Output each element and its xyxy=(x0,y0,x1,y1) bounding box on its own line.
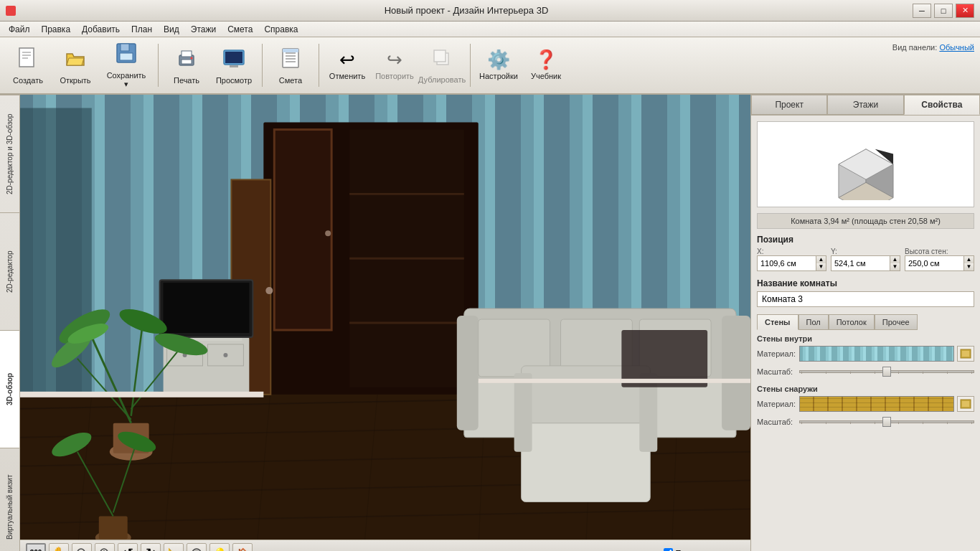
open-icon xyxy=(64,47,87,73)
undo-button[interactable]: ↩ Отменить xyxy=(325,40,369,90)
walls-outside-material-open[interactable] xyxy=(957,396,974,412)
room-name-input[interactable] xyxy=(757,291,974,307)
panel-info-label: Вид панели: xyxy=(892,43,937,52)
svg-point-10 xyxy=(191,57,193,59)
menu-view[interactable]: Вид xyxy=(158,23,185,36)
settings-icon: ⚙️ xyxy=(487,50,510,69)
settings-label: Настройки xyxy=(479,72,518,80)
3d-viewport[interactable]: 360 ✋ ↺ ↻ 📐 💡 🏠 Прозрачные стены xyxy=(20,95,750,551)
sub-tab-floor[interactable]: Пол xyxy=(798,314,829,330)
menu-estimate[interactable]: Смета xyxy=(222,23,258,36)
svg-rect-37 xyxy=(274,130,331,330)
transparent-walls-checkbox[interactable] xyxy=(664,548,673,551)
print-button[interactable]: Печать xyxy=(164,40,209,90)
svg-rect-85 xyxy=(20,392,263,397)
walls-inside-scale-slider[interactable] xyxy=(799,364,974,379)
walls-outside-material-preview xyxy=(799,396,954,412)
print-icon xyxy=(175,47,198,73)
x-spin-down[interactable]: ▼ xyxy=(816,263,826,270)
sub-tab-walls[interactable]: Стены xyxy=(757,314,798,330)
tutorial-button[interactable]: ❓ Учебник xyxy=(524,40,568,90)
menu-file[interactable]: Файл xyxy=(3,23,36,36)
smeta-button[interactable]: Смета xyxy=(268,40,313,90)
svg-rect-9 xyxy=(182,60,192,64)
walls-outside-section: Стены снаружи Материал: Масштаб: xyxy=(757,385,974,429)
settings-button[interactable]: ⚙️ Настройки xyxy=(476,40,521,90)
preview-label: Просмотр xyxy=(216,76,252,85)
room-name-section-label: Название комнаты xyxy=(757,278,974,288)
side-nav-2d-3d[interactable]: 2D-редактор и 3D-обзор xyxy=(0,95,19,212)
rotate-ccw-button[interactable]: ↺ xyxy=(118,543,138,552)
y-spin-up[interactable]: ▲ xyxy=(890,256,900,263)
walls-outside-scale-slider[interactable] xyxy=(799,415,974,429)
orbit-button[interactable] xyxy=(187,543,207,552)
y-spin-down[interactable]: ▼ xyxy=(890,263,900,270)
smeta-icon xyxy=(279,47,302,73)
minimize-button[interactable]: ─ xyxy=(913,4,931,18)
menu-bar: Файл Правка Добавить План Вид Этажи Смет… xyxy=(0,22,980,37)
sep4 xyxy=(470,44,471,87)
measure-button[interactable]: 📐 xyxy=(164,543,184,552)
save-button[interactable]: Сохранить ▾ xyxy=(100,40,152,90)
sub-tab-ceiling[interactable]: Потолок xyxy=(829,314,875,330)
y-input[interactable] xyxy=(831,256,890,270)
maximize-button[interactable]: □ xyxy=(934,4,953,18)
menu-help[interactable]: Справка xyxy=(258,23,303,36)
create-icon xyxy=(17,47,39,73)
redo-icon: ↪ xyxy=(387,50,402,69)
light-button[interactable]: 💡 xyxy=(209,543,230,552)
height-spin-up[interactable]: ▲ xyxy=(963,256,974,263)
svg-rect-86 xyxy=(479,379,750,383)
tab-project[interactable]: Проект xyxy=(751,95,827,115)
zoom-out-button[interactable] xyxy=(72,543,92,552)
walls-inside-slider-thumb[interactable] xyxy=(882,367,891,377)
position-label: Позиция xyxy=(757,235,974,245)
sep2 xyxy=(262,44,263,87)
hand-button[interactable]: ✋ xyxy=(49,543,69,552)
tab-properties[interactable]: Свойства xyxy=(904,95,980,115)
redo-button[interactable]: ↪ Повторить xyxy=(372,40,417,90)
home-button[interactable]: 🏠 xyxy=(232,543,253,552)
toolbar: Создать Открыть Сохранить ▾ Печать Просм… xyxy=(0,37,980,95)
redo-label: Повторить xyxy=(375,72,414,80)
height-input[interactable] xyxy=(905,256,963,270)
preview-button[interactable]: Просмотр xyxy=(212,40,256,90)
svg-rect-12 xyxy=(225,52,242,63)
menu-floors[interactable]: Этажи xyxy=(185,23,222,36)
sub-tab-other[interactable]: Прочее xyxy=(875,314,918,330)
zoom-in-button[interactable] xyxy=(95,543,115,552)
tab-floors[interactable]: Этажи xyxy=(827,95,903,115)
panel-info-link[interactable]: Обычный xyxy=(939,43,974,52)
walls-inside-material-open[interactable] xyxy=(957,346,974,362)
window-title: Новый проект - Дизайн Интерьера 3D xyxy=(20,5,913,16)
title-bar: Новый проект - Дизайн Интерьера 3D ─ □ ✕ xyxy=(0,0,980,22)
duplicate-button[interactable]: Дублировать xyxy=(420,40,464,90)
position-row: X: ▲ ▼ Y: xyxy=(757,248,974,271)
x-spin: ▲ ▼ xyxy=(816,256,826,270)
walls-outside-title: Стены снаружи xyxy=(757,385,974,393)
open-button[interactable]: Открыть xyxy=(53,40,98,90)
side-nav-2d[interactable]: 2D-редактор xyxy=(0,212,19,330)
x-label: X: xyxy=(757,248,826,255)
x-spin-up[interactable]: ▲ xyxy=(816,256,826,263)
menu-edit[interactable]: Правка xyxy=(36,23,77,36)
svg-rect-13 xyxy=(230,65,238,67)
height-spin-down[interactable]: ▼ xyxy=(963,263,974,270)
side-nav-3d[interactable]: 3D-обзор xyxy=(0,330,19,448)
side-nav-virtual[interactable]: Виртуальный визит xyxy=(0,448,19,551)
transparent-walls-control: Прозрачные стены xyxy=(664,548,745,551)
svg-point-53 xyxy=(223,353,227,357)
x-input[interactable] xyxy=(758,256,816,270)
print-label: Печать xyxy=(174,76,199,85)
smeta-label: Смета xyxy=(279,76,302,85)
walls-outside-slider-thumb[interactable] xyxy=(882,417,891,427)
create-button[interactable]: Создать xyxy=(6,40,50,90)
close-button[interactable]: ✕ xyxy=(956,4,974,18)
panel-content: Комната 3,94 м² (площадь стен 20,58 м²) … xyxy=(751,116,980,551)
svg-rect-104 xyxy=(962,401,969,407)
menu-plan[interactable]: План xyxy=(126,23,158,36)
menu-add[interactable]: Добавить xyxy=(76,23,126,36)
rotate-cw-button[interactable]: ↻ xyxy=(141,543,161,552)
svg-rect-5 xyxy=(121,44,129,51)
360-button[interactable]: 360 xyxy=(26,543,46,552)
